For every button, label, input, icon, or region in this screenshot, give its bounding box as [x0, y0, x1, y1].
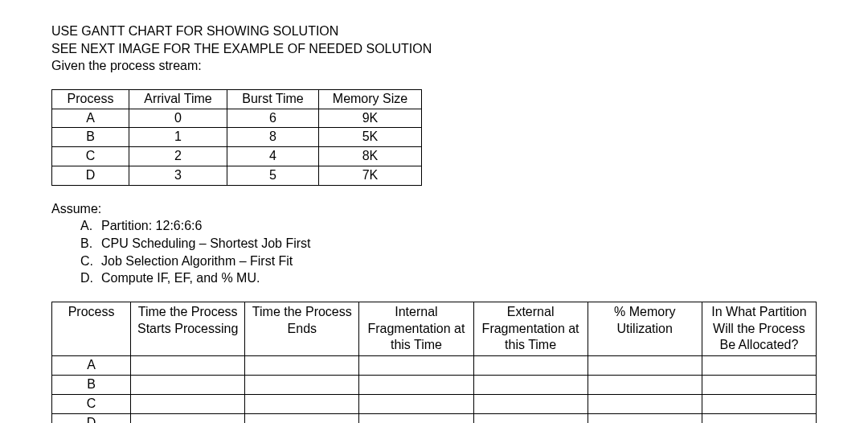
cell-memory: 5K	[319, 128, 422, 147]
cell-internal	[359, 413, 473, 423]
list-text: Job Selection Algorithm – First Fit	[101, 254, 293, 268]
cell-start	[131, 375, 245, 394]
cell-burst: 6	[227, 109, 319, 128]
header-arrival-time: Arrival Time	[129, 89, 227, 109]
heading-line-1: USE GANTT CHART FOR SHOWING SOLUTION	[51, 23, 817, 40]
cell-partition	[702, 394, 816, 413]
table-row: B 1 8 5K	[52, 128, 422, 147]
header-start-time: Time the Process Starts Processing	[131, 302, 245, 355]
table-row: A	[52, 356, 817, 376]
list-item: A.Partition: 12:6:6:6	[80, 217, 817, 235]
cell-internal	[359, 375, 473, 394]
table-header-row: Process Time the Process Starts Processi…	[52, 302, 817, 355]
header-process: Process	[52, 302, 131, 355]
cell-memutil	[588, 375, 702, 394]
list-text: Partition: 12:6:6:6	[101, 219, 202, 232]
table-row: A 0 6 9K	[52, 109, 422, 128]
cell-end	[245, 394, 359, 413]
cell-end	[245, 413, 359, 423]
list-marker: B.	[80, 235, 101, 253]
cell-end	[245, 375, 359, 394]
answer-table: Process Time the Process Starts Processi…	[51, 302, 817, 423]
cell-partition	[702, 413, 816, 423]
cell-process: A	[52, 356, 131, 376]
cell-external	[473, 413, 588, 423]
cell-end	[245, 356, 359, 376]
cell-process: D	[52, 413, 131, 423]
cell-memutil	[588, 394, 702, 413]
header-burst-time: Burst Time	[227, 89, 319, 109]
process-stream-table: Process Arrival Time Burst Time Memory S…	[51, 89, 422, 186]
table-row: D 3 5 7K	[52, 166, 422, 185]
cell-memory: 7K	[319, 166, 422, 185]
list-marker: C.	[80, 253, 101, 270]
cell-arrival: 3	[129, 166, 227, 185]
cell-arrival: 1	[129, 128, 227, 147]
list-text: CPU Scheduling – Shortest Job First	[101, 236, 311, 250]
header-memory-size: Memory Size	[319, 89, 422, 109]
cell-internal	[359, 394, 473, 413]
heading-line-2: SEE NEXT IMAGE FOR THE EXAMPLE OF NEEDED…	[51, 40, 817, 58]
cell-memutil	[588, 356, 702, 376]
table-header-row: Process Arrival Time Burst Time Memory S…	[52, 89, 422, 109]
cell-start	[131, 394, 245, 413]
list-item: B.CPU Scheduling – Shortest Job First	[80, 235, 817, 253]
cell-process: D	[52, 166, 129, 185]
table-row: C	[52, 394, 817, 413]
table-row: C 2 4 8K	[52, 147, 422, 166]
cell-external	[473, 394, 588, 413]
cell-start	[131, 413, 245, 423]
list-text: Compute IF, EF, and % MU.	[101, 271, 260, 285]
cell-arrival: 0	[129, 109, 227, 128]
cell-burst: 5	[227, 166, 319, 185]
header-external-fragmentation: External Fragmentation at this Time	[473, 302, 588, 355]
cell-memutil	[588, 413, 702, 423]
cell-process: A	[52, 109, 129, 128]
cell-partition	[702, 375, 816, 394]
cell-process: B	[52, 128, 129, 147]
list-item: D.Compute IF, EF, and % MU.	[80, 269, 817, 287]
cell-process: B	[52, 375, 131, 394]
assumptions-block: Assume: A.Partition: 12:6:6:6 B.CPU Sche…	[51, 200, 817, 287]
table-row: B	[52, 375, 817, 394]
assumptions-title: Assume:	[51, 200, 817, 218]
header-end-time: Time the Process Ends	[245, 302, 359, 355]
heading-block: USE GANTT CHART FOR SHOWING SOLUTION SEE…	[51, 23, 817, 75]
cell-external	[473, 356, 588, 376]
cell-arrival: 2	[129, 147, 227, 166]
header-process: Process	[52, 89, 129, 109]
cell-burst: 8	[227, 128, 319, 147]
list-marker: A.	[80, 217, 101, 235]
list-marker: D.	[80, 269, 101, 287]
heading-line-3: Given the process stream:	[51, 57, 817, 75]
cell-start	[131, 356, 245, 376]
cell-process: C	[52, 147, 129, 166]
cell-burst: 4	[227, 147, 319, 166]
cell-process: C	[52, 394, 131, 413]
cell-internal	[359, 356, 473, 376]
table-row: D	[52, 413, 817, 423]
header-partition-allocated: In What Partition Will the Process Be Al…	[702, 302, 816, 355]
cell-memory: 8K	[319, 147, 422, 166]
cell-memory: 9K	[319, 109, 422, 128]
cell-partition	[702, 356, 816, 376]
list-item: C.Job Selection Algorithm – First Fit	[80, 253, 817, 270]
header-memory-utilization: % Memory Utilization	[588, 302, 702, 355]
assumptions-list: A.Partition: 12:6:6:6 B.CPU Scheduling –…	[51, 217, 817, 286]
cell-external	[473, 375, 588, 394]
header-internal-fragmentation: Internal Fragmentation at this Time	[359, 302, 473, 355]
